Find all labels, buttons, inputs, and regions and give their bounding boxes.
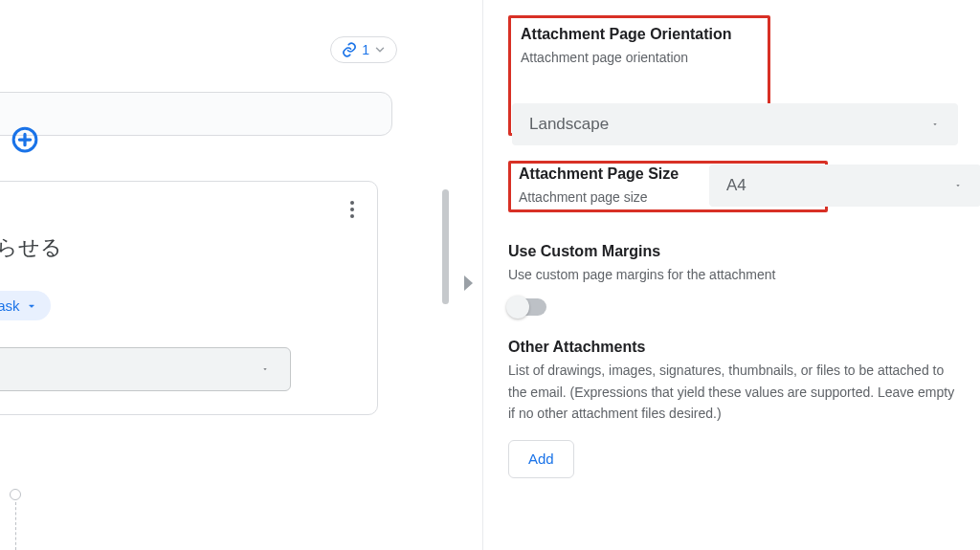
timeline-node-icon [10, 489, 21, 500]
expand-panel-handle[interactable] [464, 275, 473, 291]
field-title: Attachment Page Size [519, 165, 679, 183]
settings-panel: Attachment Page Orientation Attachment p… [483, 0, 980, 550]
field-attachment-orientation: Attachment Page Orientation Attachment p… [508, 15, 959, 138]
field-custom-margins: Use Custom Margins Use custom page margi… [508, 243, 959, 316]
field-description: Attachment page orientation [521, 47, 758, 68]
plus-circle-icon [11, 125, 39, 154]
page-size-select[interactable]: A4 [709, 165, 980, 207]
workflow-canvas: 1 知らせる n a task [0, 0, 412, 550]
add-step-button[interactable] [11, 125, 39, 154]
caret-down-icon [952, 182, 964, 189]
page-size-select-value: A4 [726, 176, 746, 195]
card-overflow-menu[interactable] [345, 195, 360, 224]
caret-down-icon [26, 300, 37, 312]
linked-refs-count: 1 [362, 42, 369, 57]
link-icon [341, 41, 358, 58]
task-type-chip-label: n a task [0, 297, 20, 314]
caret-down-icon [929, 121, 941, 128]
field-title: Other Attachments [508, 339, 959, 356]
field-attachment-page-size: Attachment Page Size Attachment page siz… [508, 161, 959, 216]
custom-margins-toggle[interactable] [508, 298, 546, 316]
field-other-attachments: Other Attachments List of drawings, imag… [508, 339, 959, 477]
orientation-select[interactable]: Landscape [512, 103, 958, 145]
caret-down-icon [259, 365, 271, 373]
add-button-label: Add [528, 451, 554, 467]
task-card[interactable]: 知らせる n a task [0, 181, 378, 415]
timeline-connector [15, 502, 16, 550]
task-title: 知らせる [0, 233, 360, 262]
toggle-knob [506, 296, 529, 319]
orientation-select-value: Landscape [529, 115, 609, 134]
pane-divider [441, 0, 483, 550]
scrollbar-thumb[interactable] [442, 189, 449, 304]
field-title: Attachment Page Orientation [521, 26, 758, 43]
field-description: List of drawings, images, signatures, th… [508, 360, 959, 424]
field-title: Use Custom Margins [508, 243, 959, 260]
field-description: Use custom page margins for the attachme… [508, 264, 959, 285]
add-attachment-button[interactable]: Add [508, 440, 574, 478]
task-option-select[interactable] [0, 347, 291, 391]
field-description: Attachment page size [519, 187, 679, 208]
task-type-chip[interactable]: n a task [0, 291, 51, 320]
linked-refs-pill[interactable]: 1 [330, 36, 397, 63]
workflow-step-card: 知らせる n a task [0, 92, 392, 136]
workflow-timeline [10, 489, 21, 550]
chevron-down-icon [373, 43, 387, 56]
